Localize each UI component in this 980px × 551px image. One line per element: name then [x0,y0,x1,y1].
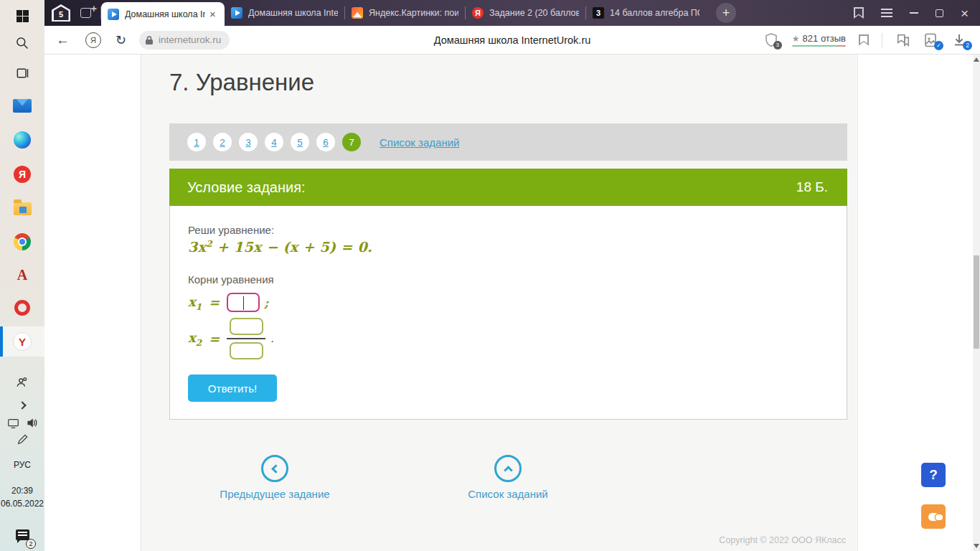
roots-label: Корни уравнения [188,273,829,286]
x1-answer-input[interactable] [227,293,260,312]
pagination-item-2[interactable]: 2 [213,133,232,151]
screenshot-button[interactable]: ✓ [924,33,940,47]
clock-date[interactable]: 06.05.2022 [0,498,44,509]
shield-badge: 3 [773,41,782,50]
tab-2[interactable]: Домашняя школа Inter [225,0,344,26]
taskbar-search-button[interactable] [0,33,44,53]
new-window-button[interactable]: + [76,4,98,22]
restore-icon[interactable] [936,9,943,17]
pagination-item-5[interactable]: 5 [291,133,309,151]
download-badge: 2 [963,41,972,50]
pagination-item-1[interactable]: 1 [187,133,206,151]
task-prompt: Реши уравнение: [188,224,829,236]
close-icon[interactable]: × [961,6,969,20]
answer-button[interactable]: Ответить! [188,375,277,402]
yandex-icon: Я [14,166,31,183]
task-list-icon[interactable] [494,455,522,482]
tab-title: Задание 2 (20 баллов). [489,8,579,18]
tab-title: 14 баллов алгебра ПО [610,8,699,18]
task-list-nav[interactable]: Список заданий [429,455,587,500]
language-indicator[interactable]: РУС [0,458,44,472]
tab-3[interactable]: Яндекс.Картинки: поис [345,0,465,26]
points-badge: 18 Б. [796,179,828,195]
workspace-count: 5 [59,10,63,19]
scroll-up-arrow[interactable] [974,57,979,62]
scrollbar-thumb[interactable] [974,255,979,349]
add-bookmark-button[interactable] [859,34,869,46]
pagination-item-6[interactable]: 6 [316,133,335,151]
content-area: 7. Уравнение 1 2 3 4 5 6 7 Список задани… [141,55,858,551]
tray-expand-button[interactable] [0,397,44,413]
scrollbar[interactable] [973,55,980,551]
search-icon [15,36,29,50]
pagination-item-4[interactable]: 4 [265,133,283,151]
task-view-icon [15,66,29,80]
mail-icon [13,99,32,113]
site-rating-button[interactable]: ★ 821 отзыв [792,33,846,47]
menu-icon[interactable] [881,12,892,14]
interneturok-favicon [231,7,242,19]
taskbar-people-button[interactable] [0,373,44,392]
collections-icon[interactable] [895,33,911,47]
volume-icon [26,418,38,428]
task-pagination: 1 2 3 4 5 6 7 Список заданий [169,123,847,161]
toolbar-actions: 3 ★ 821 отзыв ✓ 2 [765,33,969,47]
help-button[interactable]: ? [921,463,946,487]
tab-title: Домашняя школа Int [125,9,205,19]
tab-active[interactable]: Домашняя школа Int × [101,2,225,26]
task-condition-header: Условие задания: 18 Б. [169,169,847,206]
chrome-icon [14,233,31,250]
root1-row: x1 = ; [188,293,829,312]
notification-center-button[interactable]: 2 [0,525,44,544]
previous-task-label[interactable]: Предыдущее задание [220,488,329,500]
taskbar-item-mail[interactable] [0,95,44,116]
previous-task-nav[interactable]: Предыдущее задание [196,455,354,500]
task-list-label[interactable]: Список заданий [468,488,547,500]
x2-label: x2 [188,330,202,348]
chat-button[interactable] [921,504,946,529]
bookmark-flag-icon[interactable] [854,7,864,19]
pagination-item-3[interactable]: 3 [239,133,258,151]
protect-icon[interactable]: Я [85,32,101,48]
start-button[interactable] [0,6,44,26]
new-tab-button[interactable]: + [716,3,736,23]
browser-window: 5 + Домашняя школа Int × Домашняя школа … [44,0,980,551]
x2-denominator-input[interactable] [230,342,263,359]
task-list-link[interactable]: Список заданий [380,136,459,149]
taskbar-item-autocad[interactable]: A [0,264,44,286]
tab-close-icon[interactable]: × [209,9,216,19]
tab-4[interactable]: Я Задание 2 (20 баллов). [466,0,585,26]
yandex-favicon: Я [472,7,484,19]
protect-shield-button[interactable]: 3 [765,33,779,47]
taskbar-item-explorer[interactable] [0,198,44,220]
x2-fraction [227,318,265,359]
taskbar-item-yandex[interactable]: Я [0,164,44,185]
refresh-button[interactable]: ↻ [116,32,126,48]
counter-favicon: 3 [593,7,604,19]
minimize-icon[interactable] [910,12,918,14]
downloads-button[interactable]: 2 [953,33,969,47]
taskbar-item-chrome[interactable] [0,231,44,253]
scroll-down-arrow[interactable] [974,544,979,548]
workspaces-button[interactable]: 5 [50,4,72,22]
previous-task-icon[interactable] [261,455,288,482]
taskbar-item-opera[interactable] [0,297,44,319]
task-view-button[interactable] [0,63,44,83]
copyright-text: Copyright © 2022 ООО ЯКласс [719,535,846,545]
tray-pen-button[interactable] [0,432,44,448]
folder-icon [14,202,32,215]
address-bar[interactable]: interneturok.ru [139,31,230,50]
browser-toolbar: ← Я ↻ interneturok.ru Домашняя школа Int… [44,26,980,55]
clock-time[interactable]: 20:39 [0,485,44,496]
root2-row: x2 = . [188,318,829,359]
pagination-item-active[interactable]: 7 [342,133,361,151]
x2-numerator-input[interactable] [230,318,263,335]
people-icon [15,375,29,390]
tray-icons[interactable] [0,415,44,430]
notification-icon [16,529,29,540]
yandex-images-favicon [352,7,363,19]
taskbar-item-yandex-browser-active[interactable]: Y [0,326,44,357]
tab-5[interactable]: 3 14 баллов алгебра ПО [586,0,706,26]
taskbar-item-edge[interactable] [0,129,44,151]
back-button[interactable]: ← [56,32,70,48]
